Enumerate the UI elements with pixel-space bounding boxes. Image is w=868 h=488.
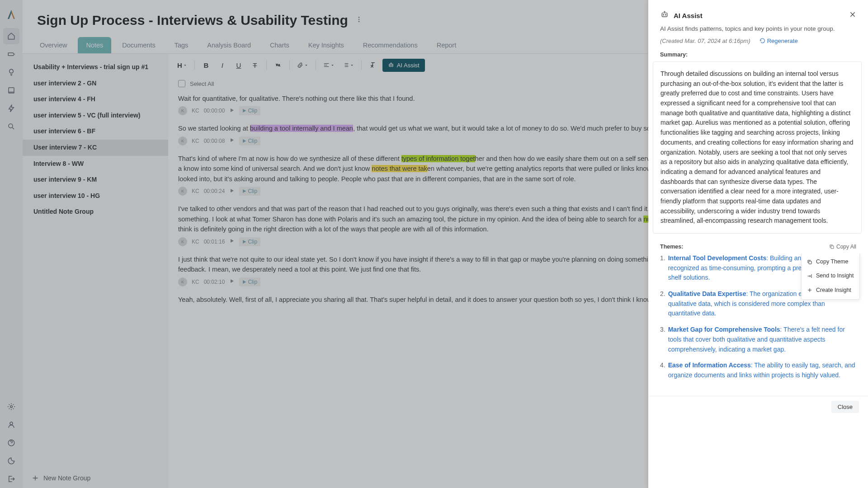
ai-subtitle: AI Assist finds patterns, topics and key… [648, 25, 868, 38]
svg-rect-18 [809, 261, 811, 264]
robot-icon [660, 10, 669, 21]
svg-rect-14 [831, 246, 834, 249]
svg-point-12 [663, 14, 664, 15]
themes-list: 1.Internal Tool Development Costs: Build… [648, 253, 868, 396]
ctx-item[interactable]: Send to Insight [802, 269, 859, 283]
themes-label: Themes: [660, 244, 683, 250]
ai-assist-panel: AI Assist AI Assist finds patterns, topi… [648, 0, 868, 488]
svg-rect-11 [662, 13, 667, 17]
summary-text: Through detailed discussions on building… [653, 61, 862, 234]
ctx-item[interactable]: Create Insight [802, 283, 859, 297]
ai-created-text: (Created Mar. 07, 2024 at 6:16pm) [660, 38, 750, 44]
close-button[interactable]: Close [831, 401, 859, 413]
theme-item[interactable]: 4.Ease of Information Access: The abilit… [660, 361, 856, 380]
close-icon[interactable] [849, 11, 856, 20]
ai-panel-title: AI Assist [674, 12, 703, 19]
ctx-item[interactable]: Copy Theme [802, 255, 859, 269]
theme-item[interactable]: 1.Internal Tool Development Costs: Build… [660, 253, 856, 283]
theme-context-menu: Copy ThemeSend to InsightCreate Insight [801, 253, 860, 300]
regenerate-button[interactable]: Regenerate [760, 38, 798, 44]
copy-all-button[interactable]: Copy All [829, 244, 856, 250]
theme-item[interactable]: 3.Market Gap for Comprehensive Tools: Th… [660, 325, 856, 354]
summary-label: Summary: [648, 49, 868, 61]
svg-point-13 [665, 14, 666, 15]
